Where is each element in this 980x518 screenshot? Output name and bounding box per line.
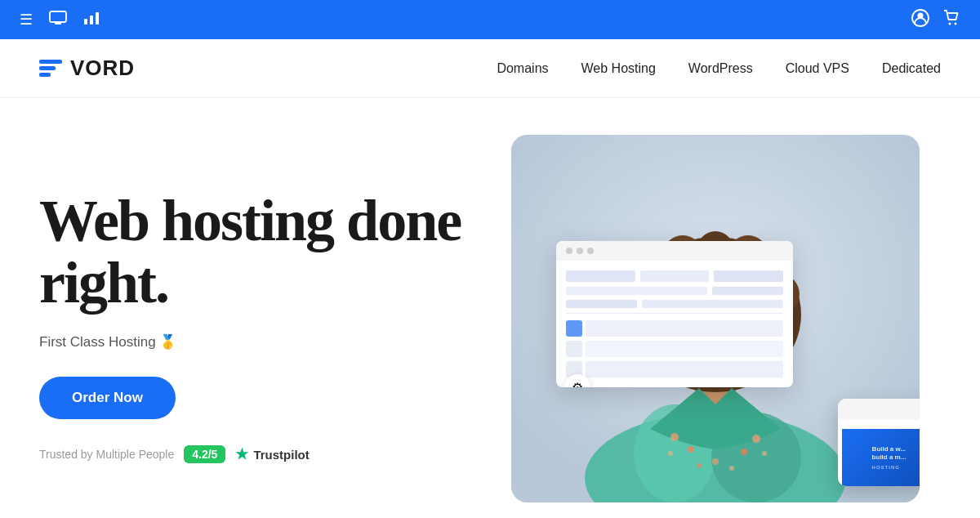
browser-mockup: ⚙	[556, 241, 793, 387]
trustpilot-label: Trustpilot	[253, 448, 309, 462]
trustpilot-logo: ★ Trustpilot	[235, 445, 309, 463]
svg-point-7	[949, 22, 951, 25]
navbar: VORD Domains Web Hosting WordPress Cloud…	[0, 39, 980, 98]
nav-item-dedicated[interactable]: Dedicated	[882, 61, 941, 75]
logo-text: VORD	[70, 56, 135, 81]
browser-toolbar	[556, 241, 793, 261]
svg-rect-1	[55, 22, 61, 25]
trust-text: Trusted by Multiple People	[39, 448, 174, 461]
svg-point-38	[752, 435, 760, 443]
cart-icon[interactable]	[942, 9, 960, 31]
nav-item-wordpress[interactable]: WordPress	[688, 61, 753, 75]
svg-point-40	[762, 451, 767, 456]
trustpilot-star: ★	[235, 445, 248, 463]
svg-point-42	[697, 463, 702, 468]
svg-point-35	[670, 433, 679, 441]
browser-dot-3	[587, 248, 594, 254]
monitor-icon[interactable]	[49, 11, 67, 29]
svg-rect-0	[50, 11, 66, 22]
trust-row: Trusted by Multiple People 4.2/5 ★ Trust…	[39, 445, 490, 463]
phone-header: ☰	[838, 399, 920, 420]
browser-dot-2	[577, 248, 583, 254]
svg-point-41	[712, 458, 719, 465]
person-bg: ⚙ ☰ Web Hosting Done Right.	[511, 135, 920, 502]
browser-body: ⚙	[556, 261, 793, 387]
browser-dot-1	[566, 248, 572, 254]
hero-subtitle: First Class Hosting 🥇	[39, 333, 490, 351]
chart-icon[interactable]	[83, 11, 100, 29]
wp-card: Build a w...build a m... HOSTING	[842, 429, 920, 486]
wp-label: HOSTING	[872, 465, 906, 470]
svg-point-8	[955, 22, 957, 25]
order-now-button[interactable]: Order Now	[39, 377, 176, 419]
nav-links: Domains Web Hosting WordPress Cloud VPS …	[497, 61, 941, 76]
svg-rect-3	[90, 16, 93, 25]
hero-title: Web hosting done right.	[39, 190, 490, 314]
hero-right: ⚙ ☰ Web Hosting Done Right.	[490, 131, 941, 507]
browser-content-row1	[566, 270, 783, 282]
hero-image: ⚙ ☰ Web Hosting Done Right.	[511, 135, 920, 502]
svg-rect-2	[84, 19, 87, 25]
nav-item-webhosting[interactable]: Web Hosting	[581, 61, 656, 75]
top-bar-left: ☰	[20, 11, 100, 29]
svg-point-37	[668, 451, 673, 456]
top-bar: ☰	[0, 0, 980, 39]
phone-mockup: ☰ Web Hosting Done Right. Build a w...bu…	[838, 399, 920, 486]
rating-badge: 4.2/5	[184, 445, 225, 463]
user-icon[interactable]	[911, 9, 929, 31]
hero-section: Web hosting done right. First Class Host…	[0, 98, 980, 518]
svg-point-43	[729, 466, 734, 471]
svg-rect-4	[96, 12, 99, 25]
nav-item-domains[interactable]: Domains	[497, 61, 548, 75]
logo-icon	[39, 60, 62, 77]
logo[interactable]: VORD	[39, 56, 135, 81]
browser-content-row3	[566, 300, 783, 308]
browser-content-row2	[566, 287, 783, 295]
svg-point-36	[688, 446, 694, 453]
nav-item-cloudvps[interactable]: Cloud VPS	[786, 61, 849, 75]
wp-card-text: Build a w...build a m...	[872, 445, 906, 462]
svg-point-39	[741, 449, 747, 455]
document-icon[interactable]: ☰	[20, 11, 33, 29]
top-bar-right	[911, 9, 960, 31]
hero-left: Web hosting done right. First Class Host…	[39, 174, 490, 463]
